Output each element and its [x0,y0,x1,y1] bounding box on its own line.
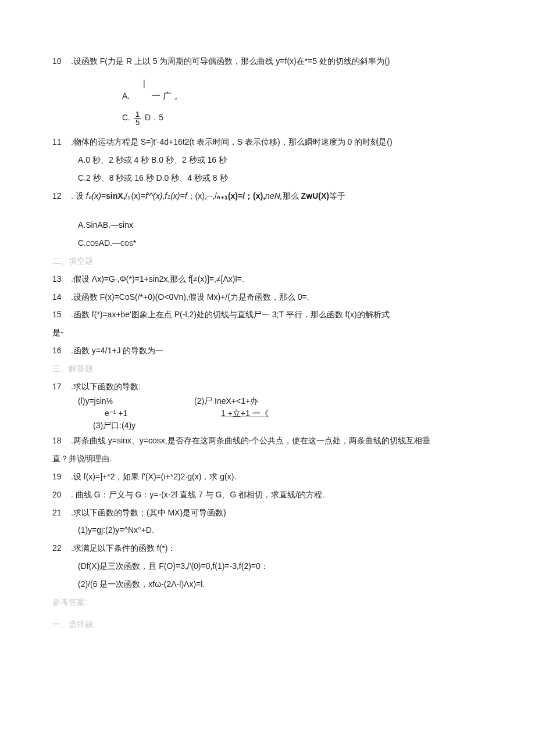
q14-text: .设函数 F(x)=CoS(/*+0)(O<0Vn),假设 Mx)+/(力是奇函… [71,288,309,306]
q11-num: 11 [52,133,71,151]
question-17: 17 .求以下函数的导数: [52,378,483,396]
question-21: 21 .求以下函数的导数；(其中 MX)是可导函数) [52,504,483,522]
q22-text: .求满足以下条件的函数 f(*)： [71,539,176,557]
section-choice-answers: 一、选择题: [52,615,483,633]
q21-text: .求以下函数的导数；(其中 MX)是可导函数) [71,504,226,522]
question-20: 20 . 曲线 G：尸义与 G：y=-(x-2f 直线 7 与 G、G 都相切，… [52,486,483,504]
q17-equations: (l)y=jsin⅛ (2)尸 IneX+<1+办 e⁻¹ +1 1 +立+1 … [52,395,483,432]
q19-text: .设 f(x)=]+*2，如果 f'(X)=(ι+*2)2·g(x)，求 g(x… [71,468,236,486]
q19-num: 19 [52,468,71,486]
q22-num: 22 [52,539,71,557]
q11-optCD: C.2 秒、8 秒或 16 秒 D.0 秒、4 秒或 8 秒 [52,169,483,187]
section-fill-blank: 二、填空题 [52,252,483,270]
q10-optA-symbol: 一 广 。 [152,89,183,103]
fraction-icon: 15 [134,110,141,126]
q13-num: 13 [52,270,71,288]
q10-optC-label: C. [122,113,130,123]
q21-sub: (1)y=gj:(2)y=^Nx°+D. [52,521,483,539]
q11-text: .物体的运动方程是 S=]t'-4d+16t2(t 表示时间，S 表示位移)，那… [71,133,393,151]
q21-num: 21 [52,504,71,522]
q10-optA-label: A. [122,91,130,101]
answers-heading: 参考答案: [52,593,483,611]
question-14: 14 .设函数 F(x)=CoS(/*+0)(O<0Vn),假设 Mx)+/(力… [52,288,483,306]
q20-text: . 曲线 G：尸义与 G：y=-(x-2f 直线 7 与 G、G 都相切，求直线… [71,486,324,504]
question-15: 15 .函数 f(*)=ax+be'图象上在点 P(-l,2)处的切线与直线尸一… [52,306,483,324]
q10-num: 10 [52,52,71,70]
q16-num: 16 [52,342,71,360]
document-page: 10 .设函数 F(力是 R 上以 5 为周期的可导偶函数，那么曲线 y=f(x… [0,0,535,756]
q18-num: 18 [52,432,71,450]
q12-num: 12 [52,187,71,205]
question-12: 12 . 设 fₒ(x)=sinX,/₁(x)=f'^(x),f₁(x)=f；(… [52,187,483,205]
q10-optCD: C. 15 D．5 [122,110,483,126]
q15-num: 15 [52,306,71,324]
question-11: 11 .物体的运动方程是 S=]t'-4d+16t2(t 表示时间，S 表示位移… [52,133,483,151]
question-18: 18 .两条曲线 y=sinx、y=cosx,是否存在这两条曲线的-个公共点，使… [52,432,483,450]
q17-l1c2: (2)尸 IneX+<1+办 [194,395,258,407]
q16-text: .函数 y=4/1+J 的导数为一 [71,342,163,360]
q18-text: .两条曲线 y=sinx、y=cosx,是否存在这两条曲线的-个公共点，使在这一… [71,432,430,450]
q11-optAB: A.0 秒、2 秒或 4 秒 B.0 秒、2 秒或 16 秒 [52,151,483,169]
q14-num: 14 [52,288,71,306]
q17-text: .求以下函数的导数: [71,378,141,396]
q13-text: .假设 Λx)=G·,Φ(*)=1+sin2x,那么 f[≠(x)]=,≠[Λx… [71,270,244,288]
q12-text: . 设 fₒ(x)=sinX,/₁(x)=f'^(x),f₁(x)=f；(x),… [71,187,345,205]
q17-l1c1: (l)y=jsin⅛ [78,395,194,407]
question-19: 19 .设 f(x)=]+*2，如果 f'(X)=(ι+*2)2·g(x)，求 … [52,468,483,486]
q12-optCD: C.cosAD.—cos* [52,234,483,252]
q10-text: .设函数 F(力是 R 上以 5 为周期的可导偶函数，那么曲线 y=f(x)在*… [71,52,390,70]
q22-l2: (2)/(6 是一次函数，xfω-(2Λ-l)Λx)=l. [52,575,483,593]
q17-num: 17 [52,378,71,396]
q10-optA-vertbar: | [122,77,483,89]
q10-options: | A. 一 广 。 C. 15 D．5 [52,77,483,127]
q15-text: .函数 f(*)=ax+be'图象上在点 P(-l,2)处的切线与直线尸一 3;… [71,306,390,324]
q20-num: 20 [52,486,71,504]
q15-cont: 是- [52,324,483,342]
question-13: 13 .假设 Λx)=G·,Φ(*)=1+sin2x,那么 f[≠(x)]=,≠… [52,270,483,288]
q22-l1: (Df(X)是三次函数，且 F(O)=3,/'(0)=0,f(1)=-3,f(2… [52,557,483,575]
q17-l3: (3)尸口:(4)y [78,420,483,432]
q17-l2c2: 1 +立+1 一《 [221,407,269,420]
q17-l2c1: e⁻¹ +1 [78,407,221,420]
q10-optD: D．5 [145,113,163,123]
question-22: 22 .求满足以下条件的函数 f(*)： [52,539,483,557]
q18-cont: 直？并说明理由. [52,450,483,468]
question-16: 16 .函数 y=4/1+J 的导数为一 [52,342,483,360]
q10-optA: A. 一 广 。 [122,89,483,103]
section-solve: 三、解答题 [52,360,483,378]
q12-optAB: A.SinAB.—sinx [52,216,483,234]
question-10: 10 .设函数 F(力是 R 上以 5 为周期的可导偶函数，那么曲线 y=f(x… [52,52,483,70]
